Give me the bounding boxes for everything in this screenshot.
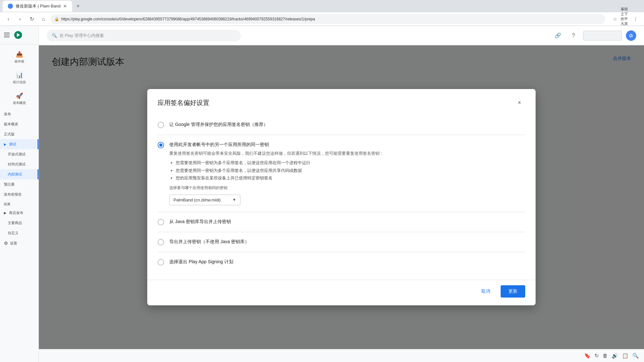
chevron-down-icon: ▼ [232, 198, 236, 202]
radio-button-export-upload[interactable] [158, 239, 164, 245]
address-bar: ‹ › ↻ ⌂ 🔒 https://play.google.com/consol… [0, 12, 644, 26]
sidebar-item-label: 正式版 [4, 132, 15, 137]
modal-close-button[interactable]: × [514, 97, 525, 108]
search-icon[interactable]: 🔍 [632, 353, 639, 359]
sidebar-item-label: 发布 [4, 112, 11, 117]
radio-option-export-upload[interactable]: 导出并上传密钥（不使用 Java 密钥库） [158, 232, 525, 252]
radio-bullets: 您需要使用同一密钥为多个应用签名，以便这些应用在同一个进程中运行 您需要使用同一… [169, 160, 525, 181]
sidebar-item-label: 预注册 [4, 182, 15, 187]
bookmark-icon[interactable]: 🔖 [584, 353, 591, 359]
sidebar-item-label: 测试 [9, 142, 16, 147]
sidebar-item-label: 自定义 [8, 231, 18, 235]
hamburger-button[interactable] [4, 31, 12, 39]
sidebar: 📥 收件箱 📊 统计信息 🚀 发布概览 发布 版本概述 正式版 ▶ [0, 26, 39, 362]
top-actions: 🔗 ? G [552, 30, 636, 41]
sidebar-item-label: 发布前报告 [4, 192, 22, 197]
sidebar-header [0, 26, 39, 44]
back-button[interactable]: ‹ [4, 15, 13, 24]
radio-option-same-key[interactable]: 使用此开发者帐号中的另一个应用所用的同一密钥 重复使用签名密钥可能会带来安全风险… [158, 135, 525, 212]
confirm-button[interactable]: 更新 [501, 285, 525, 298]
search-icon: 🔍 [52, 33, 57, 38]
sidebar-item-main-product[interactable]: 主要商品 [0, 218, 39, 228]
app-key-dropdown[interactable]: PalmBand (cn.zkhw.midi) ▼ [169, 195, 240, 205]
forward-button[interactable]: › [16, 15, 25, 24]
tab-title: 修改新版本 | Plam Band [16, 3, 61, 9]
bottom-bar: 🔖 ↻ 🗑 🔊 📋 🔍 [39, 349, 644, 362]
sidebar-item-label: 收件箱 [15, 59, 24, 64]
radio-button-google-managed[interactable] [158, 122, 164, 128]
browser-chrome: 修改新版本 | Plam Band ✕ + ‹ › ↻ ⌂ 🔒 https://… [0, 0, 644, 26]
reload-button[interactable]: ↻ [27, 15, 36, 24]
sidebar-item-label: 开放式测试 [8, 152, 26, 157]
cancel-button[interactable]: 取消 [476, 286, 495, 297]
radio-label-google-managed: 让 Google 管理并保护您的应用签名密钥（推荐） [169, 122, 268, 127]
sidebar-item-version-overview[interactable]: 版本概述 [0, 119, 39, 129]
main-content: 🔍 在 Play 管理中心内搜索 🔗 ? G 创建内部测试版本 合并版本 应用签… [39, 26, 644, 362]
home-button[interactable]: ⌂ [39, 15, 48, 24]
releases-icon: 🚀 [16, 92, 23, 99]
radio-button-java-keystore[interactable] [158, 219, 164, 225]
stats-icon: 📊 [16, 72, 23, 79]
sidebar-item-label: 封闭式测试 [8, 162, 26, 167]
input-field[interactable] [583, 31, 622, 40]
sidebar-item-closed-test[interactable]: 封闭式测试 [0, 159, 39, 169]
delete-icon[interactable]: 🗑 [603, 353, 608, 359]
lock-icon: 🔒 [54, 17, 59, 21]
new-tab-button[interactable]: + [73, 2, 83, 11]
avatar[interactable]: G [626, 30, 636, 41]
sidebar-item-label: 设置 [10, 241, 17, 246]
menu-icon[interactable]: ⋮ [631, 15, 640, 24]
tab-close-button[interactable]: ✕ [63, 4, 67, 9]
radio-button-same-key[interactable] [158, 142, 164, 148]
sidebar-section-expand: 拓展 [0, 199, 39, 208]
sidebar-item-inbox[interactable]: 📥 收件箱 [2, 48, 37, 67]
sidebar-item-label: 版本概述 [4, 122, 18, 127]
url-bar[interactable]: 🔒 https://play.google.com/console/u/0/de… [50, 14, 605, 24]
link-icon[interactable]: 🔗 [552, 30, 564, 41]
sidebar-item-publish[interactable]: 发布 [0, 109, 39, 119]
search-bar[interactable]: 🔍 在 Play 管理中心内搜索 [47, 30, 241, 41]
sidebar-item-custom[interactable]: 自定义 [0, 228, 39, 238]
close-icon: × [518, 99, 521, 106]
modal-body: 让 Google 管理并保护您的应用签名密钥（推荐） 使用此开发者帐号中的另一个… [147, 115, 536, 279]
radio-description-same-key: 重复使用签名密钥可能会带来安全风险，我们不建议您这样做，但若遇到以下情况，您可能… [169, 150, 525, 157]
sidebar-item-label: 内部测试 [8, 172, 22, 177]
sidebar-item-pre-launch[interactable]: 发布前报告 [0, 189, 39, 199]
volume-icon[interactable]: 🔊 [612, 353, 618, 359]
sidebar-item-test[interactable]: ▶ 测试 [0, 139, 39, 149]
sidebar-item-internal-test[interactable]: 内部测试 [0, 169, 39, 179]
sidebar-item-settings[interactable]: ⚙ 设置 [0, 238, 39, 248]
radio-option-java-keystore[interactable]: 从 Java 密钥库导出并上传密钥 [158, 212, 525, 232]
radio-option-google-managed[interactable]: 让 Google 管理并保护您的应用签名密钥（推荐） [158, 115, 525, 135]
sidebar-item-releases[interactable]: 🚀 发布概览 [2, 89, 37, 108]
radio-option-opt-out[interactable]: 选择退出 Play App Signing 计划 [158, 252, 525, 272]
help-icon[interactable]: ? [568, 30, 579, 41]
sidebar-item-label: 主要商品 [8, 221, 22, 225]
radio-content-google-managed: 让 Google 管理并保护您的应用签名密钥（推荐） [169, 121, 525, 128]
sidebar-item-pre-register[interactable]: 预注册 [0, 179, 39, 189]
url-text: https://play.google.com/console/u/0/deve… [61, 17, 315, 21]
modal-overlay: 应用签名偏好设置 × 让 Google 管理并保护您的应用签名密钥（推荐） [39, 45, 644, 349]
top-bar: 🔍 在 Play 管理中心内搜索 🔗 ? G [39, 26, 644, 45]
browser-tab[interactable]: 修改新版本 | Plam Band ✕ [3, 1, 72, 12]
expand-arrow-icon: ▶ [4, 211, 6, 215]
hamburger-line [4, 33, 10, 33]
dropdown-value: PalmBand (cn.zkhw.midi) [173, 198, 221, 202]
bullet-item: 您的应用预安装在某些设备上并已使用特定密钥签名 [176, 175, 525, 181]
bookmark-icon[interactable]: ☆ [610, 15, 619, 24]
bullet-item: 您需要使用同一密钥为多个应用签名，以便这些应用在同一个进程中运行 [176, 160, 525, 166]
sidebar-item-official[interactable]: 正式版 [0, 129, 39, 139]
sidebar-item-open-test[interactable]: 开放式测试 [0, 149, 39, 159]
tab-favicon [8, 4, 13, 9]
sidebar-item-stats[interactable]: 📊 统计信息 [2, 68, 37, 88]
copy-icon[interactable]: 📋 [622, 353, 628, 359]
sidebar-item-store-publish[interactable]: ▶ 商店发布 [0, 208, 39, 218]
inbox-icon: 📥 [16, 51, 23, 58]
extension-button[interactable]: 暴雨之下的平凡英雄 [621, 15, 630, 24]
modal-footer: 取消 更新 [147, 280, 536, 305]
expand-arrow-icon: ▶ [4, 142, 6, 146]
sidebar-items: 📥 收件箱 📊 统计信息 🚀 发布概览 发布 版本概述 正式版 ▶ [0, 44, 39, 251]
refresh-icon[interactable]: ↻ [594, 353, 599, 359]
radio-label-export-upload: 导出并上传密钥（不使用 Java 密钥库） [169, 239, 249, 244]
radio-button-opt-out[interactable] [158, 259, 164, 266]
